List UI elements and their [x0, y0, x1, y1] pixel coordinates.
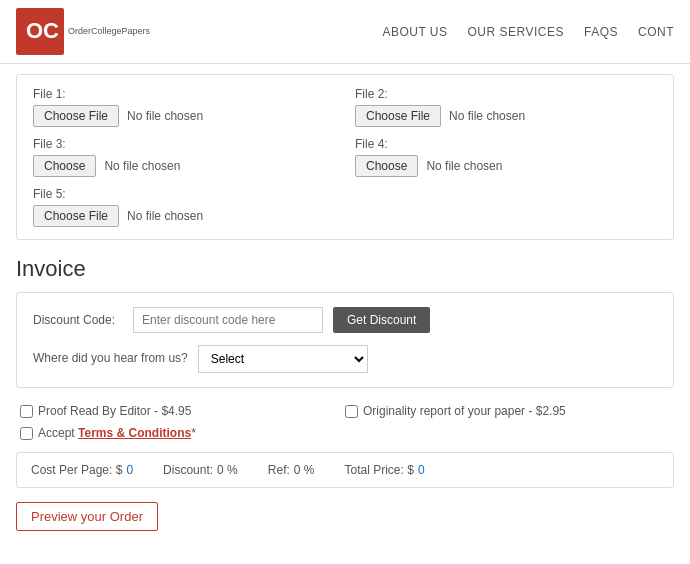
file-input-row-4: Choose No file chosen [355, 155, 657, 177]
invoice-section: Invoice Discount Code: Get Discount Wher… [16, 256, 674, 388]
choose-file-btn-3[interactable]: Choose [33, 155, 96, 177]
main-nav: ABOUT US OUR SERVICES FAQS CONT [382, 25, 674, 39]
terms-link[interactable]: Terms & Conditions [78, 426, 191, 440]
discount-summary: Discount: 0 % [163, 463, 238, 477]
discount-summary-value: 0 % [217, 463, 238, 477]
proof-read-checkbox[interactable] [20, 405, 33, 418]
file-status-5: No file chosen [127, 209, 203, 223]
logo-subtext: OrderCollegePapers [68, 26, 150, 37]
ref-summary-value: 0 % [294, 463, 315, 477]
choose-file-btn-1[interactable]: Choose File [33, 105, 119, 127]
file-input-row-2: Choose File No file chosen [355, 105, 657, 127]
proof-read-option: Proof Read By Editor - $4.95 [20, 404, 345, 418]
terms-option: Accept Terms & Conditions* [20, 426, 670, 440]
file-item-4: File 4: Choose No file chosen [355, 137, 657, 177]
choose-file-btn-2[interactable]: Choose File [355, 105, 441, 127]
nav-services[interactable]: OUR SERVICES [468, 25, 564, 39]
proof-read-label: Proof Read By Editor - $4.95 [38, 404, 191, 418]
file-label-3: File 3: [33, 137, 335, 151]
files-grid: File 1: Choose File No file chosen File … [33, 87, 657, 177]
file-item-2: File 2: Choose File No file chosen [355, 87, 657, 127]
svg-text:OCP: OCP [26, 18, 58, 43]
originality-option: Originality report of your paper - $2.95 [345, 404, 670, 418]
files-section: File 1: Choose File No file chosen File … [16, 74, 674, 240]
total-price-label: Total Price: $ [345, 463, 414, 477]
logo-icon: OCP [16, 8, 64, 55]
ref-summary: Ref: 0 % [268, 463, 315, 477]
logo: OCP OrderCollegePapers [16, 8, 150, 55]
options-section: Proof Read By Editor - $4.95 Originality… [16, 404, 674, 440]
preview-order-button[interactable]: Preview your Order [16, 502, 158, 531]
nav-faqs[interactable]: FAQS [584, 25, 618, 39]
terms-checkbox[interactable] [20, 427, 33, 440]
ref-summary-label: Ref: [268, 463, 290, 477]
get-discount-button[interactable]: Get Discount [333, 307, 430, 333]
file-status-4: No file chosen [426, 159, 502, 173]
cost-per-page-value: 0 [126, 463, 133, 477]
invoice-title: Invoice [16, 256, 674, 282]
main-content: File 1: Choose File No file chosen File … [0, 64, 690, 547]
originality-checkbox[interactable] [345, 405, 358, 418]
file-status-2: No file chosen [449, 109, 525, 123]
summary-row: Cost Per Page: $ 0 Discount: 0 % Ref: 0 … [16, 452, 674, 488]
file-item-5: File 5: Choose File No file chosen [33, 187, 657, 227]
file-status-1: No file chosen [127, 109, 203, 123]
file-input-row-5: Choose File No file chosen [33, 205, 657, 227]
originality-label: Originality report of your paper - $2.95 [363, 404, 566, 418]
cost-per-page: Cost Per Page: $ 0 [31, 463, 133, 477]
file-row-single-5: File 5: Choose File No file chosen [33, 187, 657, 227]
discount-label: Discount Code: [33, 313, 123, 327]
discount-summary-label: Discount: [163, 463, 213, 477]
file-item-1: File 1: Choose File No file chosen [33, 87, 335, 127]
choose-file-btn-4[interactable]: Choose [355, 155, 418, 177]
file-label-1: File 1: [33, 87, 335, 101]
file-label-2: File 2: [355, 87, 657, 101]
file-label-4: File 4: [355, 137, 657, 151]
invoice-box: Discount Code: Get Discount Where did yo… [16, 292, 674, 388]
nav-about[interactable]: ABOUT US [382, 25, 447, 39]
total-price-value: 0 [418, 463, 425, 477]
file-item-3: File 3: Choose No file chosen [33, 137, 335, 177]
hear-label: Where did you hear from us? [33, 351, 188, 367]
total-price: Total Price: $ 0 [345, 463, 425, 477]
hear-row: Where did you hear from us? Select Googl… [33, 345, 657, 373]
hear-select[interactable]: Select Google Facebook Twitter Friend Ot… [198, 345, 368, 373]
file-input-row-1: Choose File No file chosen [33, 105, 335, 127]
discount-row: Discount Code: Get Discount [33, 307, 657, 333]
cost-per-page-label: Cost Per Page: $ [31, 463, 122, 477]
nav-contact[interactable]: CONT [638, 25, 674, 39]
terms-label: Accept Terms & Conditions* [38, 426, 196, 440]
file-input-row-3: Choose No file chosen [33, 155, 335, 177]
discount-input[interactable] [133, 307, 323, 333]
file-status-3: No file chosen [104, 159, 180, 173]
header: OCP OrderCollegePapers ABOUT US OUR SERV… [0, 0, 690, 64]
choose-file-btn-5[interactable]: Choose File [33, 205, 119, 227]
file-label-5: File 5: [33, 187, 657, 201]
